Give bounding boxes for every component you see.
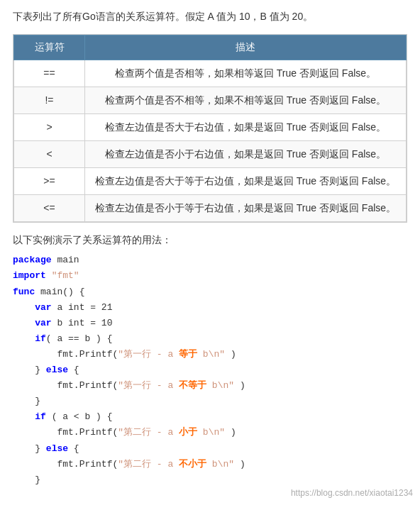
code-line-15: fmt.Printf("第二行 - a 不小于 b\n" ) (13, 457, 407, 472)
table-cell-desc: 检查左边值是否小于右边值，如果是返回 True 否则返回 False。 (85, 141, 407, 168)
table-cell-desc: 检查左边值是否大于右边值，如果是返回 True 否则返回 False。 (85, 114, 407, 141)
table-cell-op: >= (14, 168, 85, 195)
code-block: package main import "fmt" func main() { … (13, 252, 407, 487)
col-header-desc: 描述 (85, 35, 407, 60)
code-line-14: } else { (13, 441, 407, 457)
table-row: !=检查两个值是否不相等，如果不相等返回 True 否则返回 False。 (14, 87, 407, 114)
table-cell-op: != (14, 87, 85, 114)
code-line-12: if ( a < b ) { (13, 409, 407, 425)
section-label: 以下实例演示了关系运算符的用法： (13, 234, 407, 247)
code-line-7: if( a == b ) { (13, 331, 407, 347)
page-container: 下表列出了所有Go语言的关系运算符。假定 A 值为 10，B 值为 20。 运算… (0, 0, 420, 505)
code-line-16: } (13, 472, 407, 488)
watermark: https://blog.csdn.net/xiaotai1234 (291, 488, 413, 498)
code-line-3: func main() { (13, 284, 407, 300)
code-line-2: import "fmt" (13, 268, 407, 284)
table-cell-op: > (14, 114, 85, 141)
code-line-10: fmt.Printf("第一行 - a 不等于 b\n" ) (13, 378, 407, 394)
col-header-op: 运算符 (14, 35, 85, 60)
table-cell-desc: 检查左边值是否大于等于右边值，如果是返回 True 否则返回 False。 (85, 168, 407, 195)
table-row: <=检查左边值是否小于等于右边值，如果是返回 True 否则返回 False。 (14, 195, 407, 222)
code-line-8: fmt.Printf("第一行 - a 等于 b\n" ) (13, 347, 407, 362)
table-row: >=检查左边值是否大于等于右边值，如果是返回 True 否则返回 False。 (14, 168, 407, 195)
code-line-1: package main (13, 252, 407, 268)
code-line-5: var b int = 10 (13, 316, 407, 331)
table-cell-desc: 检查两个值是否相等，如果相等返回 True 否则返回 False。 (85, 60, 407, 87)
table-cell-op: <= (14, 195, 85, 222)
operators-table-wrapper: 运算符 描述 ==检查两个值是否相等，如果相等返回 True 否则返回 Fals… (13, 34, 407, 223)
table-cell-op: == (14, 60, 85, 87)
operators-table: 运算符 描述 ==检查两个值是否相等，如果相等返回 True 否则返回 Fals… (13, 35, 407, 222)
code-line-11: } (13, 394, 407, 409)
code-line-4: var a int = 21 (13, 300, 407, 316)
table-cell-desc: 检查两个值是否不相等，如果不相等返回 True 否则返回 False。 (85, 87, 407, 114)
intro-text: 下表列出了所有Go语言的关系运算符。假定 A 值为 10，B 值为 20。 (13, 9, 407, 24)
code-line-9: } else { (13, 362, 407, 378)
table-row: <检查左边值是否小于右边值，如果是返回 True 否则返回 False。 (14, 141, 407, 168)
code-line-13: fmt.Printf("第二行 - a 小于 b\n" ) (13, 425, 407, 440)
table-cell-desc: 检查左边值是否小于等于右边值，如果是返回 True 否则返回 False。 (85, 195, 407, 222)
table-row: >检查左边值是否大于右边值，如果是返回 True 否则返回 False。 (14, 114, 407, 141)
table-row: ==检查两个值是否相等，如果相等返回 True 否则返回 False。 (14, 60, 407, 87)
table-cell-op: < (14, 141, 85, 168)
